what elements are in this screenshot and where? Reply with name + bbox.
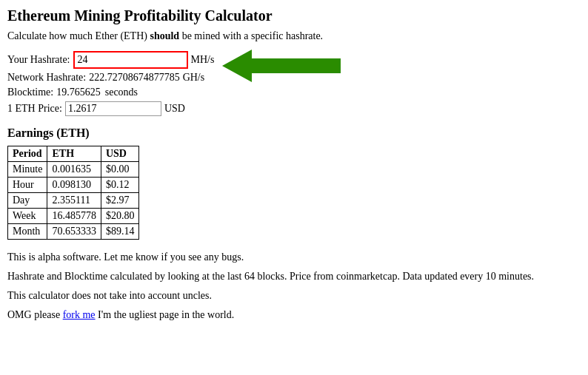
eth-price-label: 1 ETH Price: [7,103,62,115]
table-row: Day2.355111$2.97 [8,193,139,209]
blocktime-row: Blocktime: 19.765625 seconds [7,87,581,98]
cell-eth: 70.653333 [47,224,101,240]
footer-line4-post: I'm the ugliest page in the world. [96,309,235,320]
footer: This is alpha software. Let me know if y… [7,251,581,321]
table-row: Week16.485778$20.80 [8,209,139,224]
cell-period: Day [8,193,47,209]
blocktime-unit: seconds [105,87,138,98]
cell-period: Month [8,224,47,240]
blocktime-label: Blocktime: [7,87,53,98]
eth-price-unit: USD [164,103,185,115]
page-title: Ethereum Mining Profitability Calculator [7,7,581,24]
cell-usd: $89.14 [101,224,139,240]
earnings-title: Earnings (ETH) [7,126,581,140]
cell-eth: 2.355111 [47,193,101,209]
cell-eth: 0.098130 [47,178,101,193]
hashrate-input[interactable] [73,51,188,69]
footer-line4: OMG please fork me I'm the ugliest page … [7,309,581,321]
cell-usd: $2.97 [101,193,139,209]
table-header-row: Period ETH USD [8,146,139,162]
earnings-table: Period ETH USD Minute0.001635$0.00Hour0.… [7,146,139,240]
cell-period: Week [8,209,47,224]
footer-line1: This is alpha software. Let me know if y… [7,251,581,263]
table-row: Month70.653333$89.14 [8,224,139,240]
cell-usd: $0.12 [101,178,139,193]
eth-price-input[interactable] [65,101,161,116]
cell-eth: 16.485778 [47,209,101,224]
hashrate-label: Your Hashrate: [7,54,70,66]
cell-usd: $20.80 [101,209,139,224]
col-header-eth: ETH [47,146,101,162]
network-hashrate-label: Network Hashrate: [7,72,86,84]
table-row: Minute0.001635$0.00 [8,162,139,178]
hashrate-row: Your Hashrate: MH/s [7,51,581,69]
arrow-head [222,50,252,82]
footer-line4-pre: OMG please [7,309,63,320]
arrow-body [252,58,341,73]
network-hashrate-value: 222.72708674877785 [89,72,180,84]
eth-price-row: 1 ETH Price: USD [7,101,581,116]
cell-eth: 0.001635 [47,162,101,178]
arrow-indicator [222,50,341,82]
hashrate-unit: MH/s [191,54,215,66]
table-row: Hour0.098130$0.12 [8,178,139,193]
fork-me-link[interactable]: fork me [63,309,96,320]
network-hashrate-unit: GH/s [183,72,205,84]
cell-period: Hour [8,178,47,193]
footer-line3: This calculator does not take into accou… [7,290,581,302]
blocktime-value: 19.765625 [56,87,101,98]
col-header-usd: USD [101,146,139,162]
col-header-period: Period [8,146,47,162]
cell-usd: $0.00 [101,162,139,178]
cell-period: Minute [8,162,47,178]
footer-line2: Hashrate and Blocktime calculated by loo… [7,271,581,283]
subtitle: Calculate how much Ether (ETH) should be… [7,30,581,42]
